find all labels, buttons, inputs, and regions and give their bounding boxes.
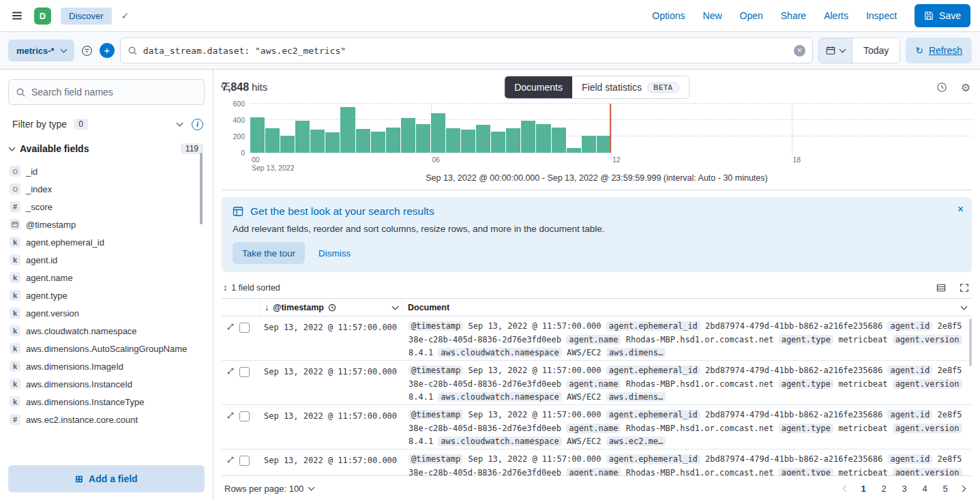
timestamp-cell: Sep 13, 2022 @ 11:57:00.000 — [260, 449, 402, 475]
main-menu-button[interactable] — [10, 8, 25, 23]
field-list-item[interactable]: kaws.dimensions.InstanceType — [8, 393, 205, 411]
field-search-input[interactable] — [31, 87, 197, 98]
take-the-tour-button[interactable]: Take the tour — [233, 242, 305, 264]
tab-field-statistics[interactable]: Field statistics BETA — [572, 76, 689, 98]
field-list-item[interactable]: @timestamp — [8, 216, 205, 233]
timestamp-column-header[interactable]: ↓ @timestamp — [260, 299, 402, 316]
field-list-item[interactable]: kaws.dimensions.AutoScalingGroupName — [8, 340, 205, 357]
doc-field-value: metricbeat — [838, 424, 887, 433]
info-icon[interactable]: i — [192, 119, 203, 130]
timestamp-cell: Sep 13, 2022 @ 11:57:00.000 — [260, 361, 402, 404]
fullscreen-button[interactable] — [958, 282, 970, 294]
expand-document-button[interactable] — [226, 456, 235, 464]
timestamp-column-label: @timestamp — [273, 303, 324, 312]
data-view-label: metrics-* — [16, 46, 55, 56]
clear-query-button[interactable]: × — [794, 45, 805, 57]
save-button[interactable]: Save — [915, 4, 970, 27]
document-cell: @timestamp Sep 13, 2022 @ 11:57:00.000 a… — [402, 361, 972, 404]
nav-link-options[interactable]: Options — [652, 10, 685, 21]
collapse-sidebar-button[interactable] — [218, 79, 233, 93]
add-filter-button[interactable]: + — [100, 43, 115, 58]
nav-link-inspect[interactable]: Inspect — [866, 10, 897, 21]
sorted-fields-button[interactable]: ↕ 1 field sorted — [223, 283, 280, 293]
expand-document-button[interactable] — [226, 367, 235, 375]
field-list-item[interactable]: kaws.cloudwatch.namespace — [8, 322, 205, 340]
page-button-2[interactable]: 2 — [876, 480, 892, 497]
field-list-item[interactable]: kagent.ephemeral_id — [8, 233, 205, 251]
field-list-item[interactable]: #aws.ec2.instance.core.count — [8, 411, 205, 428]
histogram-plot[interactable]: 00061218Sep 13, 2022 — [250, 104, 972, 153]
data-view-selector[interactable]: metrics-* — [8, 40, 74, 61]
saved-queries-button[interactable] — [80, 44, 94, 58]
grid-density-icon — [936, 283, 946, 293]
time-range-today-button[interactable]: Today — [852, 38, 900, 63]
filter-by-type-select[interactable]: Filter by type 0 — [10, 115, 185, 134]
rows-per-page-button[interactable]: Rows per page: 100 — [224, 484, 314, 494]
doc-field-value: AWS/EC2 — [567, 437, 602, 446]
doc-field-badge: agent.name — [566, 424, 621, 433]
histogram-bar — [265, 128, 280, 153]
x-axis-date-label: Sep 13, 2022 — [252, 164, 294, 172]
field-list-item[interactable]: kagent.id — [8, 251, 205, 269]
query-input[interactable] — [143, 46, 788, 56]
field-list-item[interactable]: kaws.dimensions.InstanceId — [8, 375, 205, 393]
histogram-bar — [250, 117, 265, 153]
field-list-item[interactable]: kagent.type — [8, 286, 205, 304]
dismiss-button[interactable]: Dismiss — [318, 248, 351, 259]
nav-link-share[interactable]: Share — [781, 10, 806, 21]
date-picker-button[interactable] — [819, 38, 852, 63]
document-row: Sep 13, 2022 @ 11:57:00.000@timestamp Se… — [222, 361, 972, 405]
page-button-4[interactable]: 4 — [917, 480, 933, 497]
page-button-5[interactable]: 5 — [937, 480, 953, 497]
string-field-icon — [10, 166, 20, 177]
close-callout-button[interactable]: × — [957, 204, 964, 215]
space-avatar[interactable]: D — [34, 8, 51, 25]
sidebar-scrollbar[interactable] — [200, 153, 203, 224]
column-menu-icon[interactable] — [961, 303, 968, 310]
document-column-header[interactable]: Document — [402, 299, 972, 316]
add-field-button[interactable]: ⊞ Add a field — [8, 465, 205, 492]
document-column-label: Document — [408, 303, 449, 312]
select-document-checkbox[interactable] — [239, 323, 250, 333]
histogram-bar — [280, 136, 295, 153]
filter-by-type-label: Filter by type — [12, 119, 67, 130]
tab-documents[interactable]: Documents — [505, 76, 572, 98]
expand-document-button[interactable] — [226, 323, 235, 331]
pagination-pages: 12345 — [855, 480, 953, 497]
fullscreen-icon — [960, 283, 969, 293]
expand-document-button[interactable] — [226, 411, 235, 419]
chart-options-button[interactable]: ⚙ — [960, 80, 972, 95]
nav-link-open[interactable]: Open — [740, 10, 763, 21]
select-document-checkbox[interactable] — [239, 456, 250, 466]
breadcrumb-discover[interactable]: Discover — [61, 8, 112, 25]
nav-link-new[interactable]: New — [703, 10, 722, 21]
refresh-button[interactable]: ↻ Refresh — [906, 38, 972, 63]
field-list-item[interactable]: kaws.dimensions.ImageId — [8, 357, 205, 375]
page-button-3[interactable]: 3 — [896, 480, 912, 497]
sorted-label: 1 field sorted — [231, 283, 280, 293]
timestamp-cell: Sep 13, 2022 @ 11:57:00.000 — [260, 405, 402, 449]
chart-history-button[interactable] — [935, 80, 949, 94]
available-fields-header[interactable]: Available fields 119 — [8, 143, 205, 154]
field-list-item[interactable]: kagent.name — [8, 269, 205, 286]
display-options-button[interactable] — [935, 282, 947, 294]
previous-page-button[interactable] — [840, 484, 851, 494]
doc-field-value: metricbeat — [838, 335, 887, 344]
doc-field-badge: agent.type — [779, 335, 833, 344]
column-menu-icon[interactable] — [392, 303, 399, 310]
select-document-checkbox[interactable] — [239, 411, 250, 422]
field-name: aws.cloudwatch.namespace — [26, 326, 137, 336]
field-list-item[interactable]: #_score — [8, 198, 205, 216]
field-list-item[interactable]: kagent.version — [8, 304, 205, 322]
next-page-button[interactable] — [957, 484, 969, 494]
field-name: @timestamp — [26, 220, 76, 230]
keyword-field-icon: k — [10, 361, 20, 372]
doc-field-badge: aws.ec2.me… — [606, 437, 666, 446]
discover-main: 7,848 hits Documents Field statistics BE… — [213, 70, 980, 501]
field-list-item[interactable]: _index — [8, 180, 205, 198]
nav-link-alerts[interactable]: Alerts — [824, 10, 848, 21]
select-document-checkbox[interactable] — [239, 367, 250, 377]
grid-scrollbar[interactable] — [969, 319, 972, 366]
field-list-item[interactable]: _id — [8, 162, 205, 180]
page-button-1[interactable]: 1 — [855, 480, 872, 497]
